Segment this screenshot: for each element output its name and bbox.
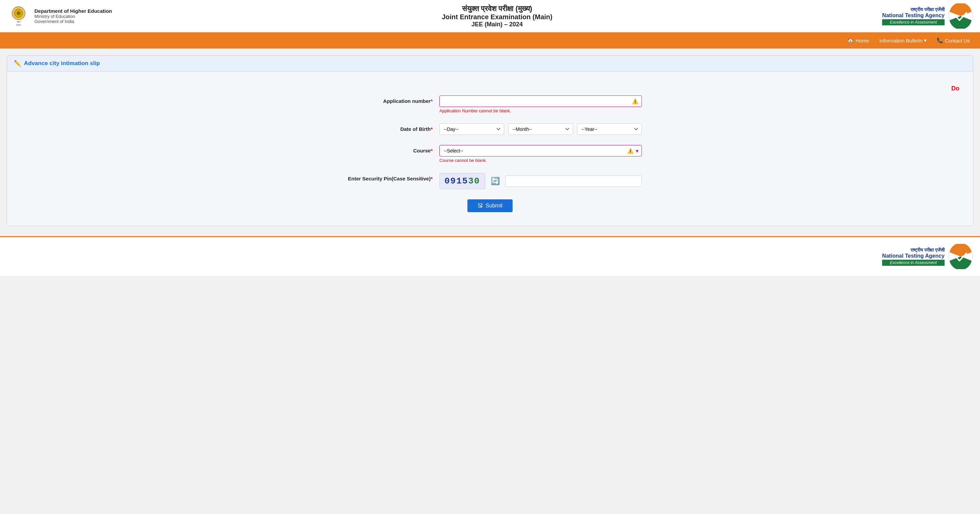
page-header: भारत INDIA Department of Higher Educatio…: [0, 0, 980, 32]
form-header: ✏️ Advance city intimation slip: [7, 56, 973, 71]
header-right: राष्ट्रीय परीक्षा एजेंसी National Testin…: [882, 3, 973, 29]
dob-month-select[interactable]: --Month--: [508, 124, 573, 135]
security-pin-group: Enter Security Pin(Case Sensitive)* 0915…: [338, 173, 642, 189]
india-emblem-icon: भारत INDIA: [7, 5, 30, 28]
dob-field: --Day-- --Month-- --Year--: [439, 124, 642, 135]
footer-nta-hindi: राष्ट्रीय परीक्षा एजेंसी: [882, 247, 945, 253]
exam-title-hindi: संयुक्त प्रवेश परीक्षा (मुख्य): [112, 5, 882, 13]
submit-icon: 🖫: [477, 203, 483, 209]
dept-ministry-label: Ministry of Education: [34, 14, 112, 19]
dob-year-select[interactable]: --Year--: [577, 124, 642, 135]
edit-icon: ✏️: [14, 60, 21, 67]
security-group: 091530 🔄: [439, 173, 642, 189]
course-group: Course* --Select-- ⚠️ ▾ Course cannot be…: [338, 145, 642, 163]
dept-name-label: Department of Higher Education: [34, 8, 112, 14]
nta-hindi-label: राष्ट्रीय परीक्षा एजेंसी: [882, 7, 945, 13]
svg-text:भारत: भारत: [17, 21, 21, 23]
course-select[interactable]: --Select--: [439, 145, 642, 157]
footer-nta-logo-icon: [948, 244, 973, 269]
submit-button[interactable]: 🖫 Submit: [468, 199, 512, 212]
application-number-input[interactable]: [439, 95, 642, 107]
form-body: Do Application number* ⚠️ Application Nu…: [7, 71, 973, 225]
submit-group: 🖫 Submit: [338, 199, 642, 212]
header-left: भारत INDIA Department of Higher Educatio…: [7, 5, 112, 28]
footer-nta-english: National Testing Agency: [882, 253, 945, 259]
security-pin-field: 091530 🔄: [439, 173, 642, 189]
security-pin-label: Enter Security Pin(Case Sensitive)*: [338, 173, 439, 181]
nta-text: राष्ट्रीय परीक्षा एजेंसी National Testin…: [882, 7, 945, 25]
nta-tagline-label: Excellence in Assessment: [882, 19, 945, 25]
application-number-input-wrapper: ⚠️: [439, 95, 642, 107]
dob-selects: --Day-- --Month-- --Year--: [439, 124, 642, 135]
captcha-display: 091530: [439, 173, 485, 189]
course-select-wrapper: --Select-- ⚠️ ▾: [439, 145, 642, 157]
course-icons: ⚠️ ▾: [627, 148, 638, 154]
captcha-numbers: 0915: [444, 176, 468, 186]
application-number-error: Application Number cannot be blank.: [439, 108, 642, 113]
nta-logo-icon: [948, 3, 973, 29]
svg-text:INDIA: INDIA: [16, 24, 21, 26]
form-section-title: Advance city intimation slip: [24, 60, 100, 67]
course-field: --Select-- ⚠️ ▾ Course cannot be blank.: [439, 145, 642, 163]
footer-nta-tagline: Excellence in Assessment: [882, 260, 945, 266]
dob-day-select[interactable]: --Day--: [439, 124, 504, 135]
chevron-down-icon: ▾: [924, 37, 927, 43]
warning-icon: ⚠️: [632, 98, 638, 105]
svg-point-2: [17, 11, 21, 15]
contact-us-nav-label: Contact Us: [945, 38, 970, 43]
footer-nta: राष्ट्रीय परीक्षा एजेंसी National Testin…: [882, 244, 973, 269]
footer-nta-text: राष्ट्रीय परीक्षा एजेंसी National Testin…: [882, 247, 945, 266]
exam-title-year: JEE (Main) – 2024: [112, 21, 882, 28]
dob-label: Date of Birth*: [338, 124, 439, 132]
header-title-block: संयुक्त प्रवेश परीक्षा (मुख्य) Joint Ent…: [112, 5, 882, 28]
course-chevron-icon: ▾: [636, 148, 638, 154]
home-nav-label: Home: [856, 38, 869, 43]
dept-info: Department of Higher Education Ministry …: [34, 8, 112, 24]
captcha-green: 30: [468, 176, 480, 186]
course-label: Course*: [338, 145, 439, 154]
application-number-field: ⚠️ Application Number cannot be blank.: [439, 95, 642, 113]
security-pin-input[interactable]: [505, 175, 642, 187]
home-icon: 🏠: [847, 37, 854, 43]
do-label: Do: [14, 85, 966, 92]
dob-group: Date of Birth* --Day-- --Month-- --Year-…: [338, 124, 642, 135]
course-error: Course cannot be blank.: [439, 158, 642, 163]
application-number-group: Application number* ⚠️ Application Numbe…: [338, 95, 642, 113]
phone-icon: 📞: [937, 37, 943, 43]
application-number-label: Application number*: [338, 95, 439, 104]
info-bulletin-label: Information Bulletin: [879, 38, 922, 43]
nta-english-label: National Testing Agency: [882, 13, 945, 19]
info-bulletin-nav[interactable]: Information Bulletin ▾: [879, 37, 926, 43]
contact-us-nav-link[interactable]: 📞 Contact Us: [937, 37, 970, 43]
page-footer: राष्ट्रीय परीक्षा एजेंसी National Testin…: [0, 236, 980, 276]
main-content: ✏️ Advance city intimation slip Do Appli…: [0, 49, 980, 233]
exam-title-english: Joint Entrance Examination (Main): [112, 13, 882, 21]
dept-govt-label: Government of India: [34, 19, 112, 24]
navigation-bar: 🏠 Home Information Bulletin ▾ 📞 Contact …: [0, 32, 980, 49]
form-container: ✏️ Advance city intimation slip Do Appli…: [7, 55, 973, 226]
refresh-captcha-icon[interactable]: 🔄: [491, 177, 500, 186]
submit-label: Submit: [485, 203, 503, 209]
home-nav-link[interactable]: 🏠 Home: [847, 37, 869, 43]
course-warning-icon: ⚠️: [627, 148, 634, 154]
